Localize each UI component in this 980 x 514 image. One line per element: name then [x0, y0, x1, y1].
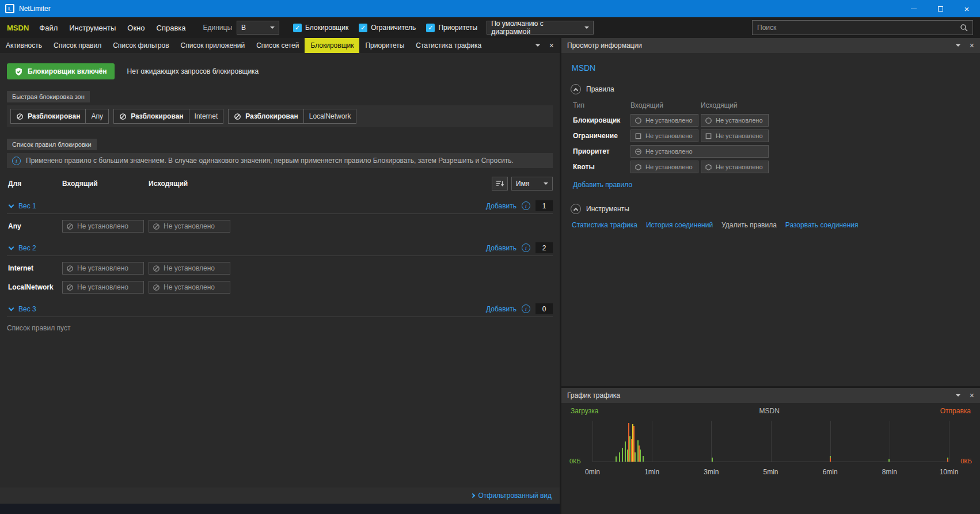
rule-state-cell[interactable]: Не установлено — [630, 114, 698, 127]
tabs: АктивностьСписок правилСписок фильтровСп… — [0, 38, 487, 53]
rule-state-cell[interactable]: Не установлено — [630, 130, 698, 142]
chevron-down-icon[interactable] — [9, 202, 14, 208]
blocker-enabled-button[interactable]: Блокировщик включён — [7, 63, 115, 79]
search-icon — [960, 24, 968, 32]
empty-message: Список правил пуст — [7, 324, 553, 332]
rule-state-cell[interactable]: Не установлено — [62, 220, 144, 233]
rule-state-cell[interactable]: Не установлено — [62, 262, 144, 275]
toolbar-toggle[interactable]: ✓Приоритеты — [426, 24, 477, 32]
collapse-section-button[interactable] — [571, 204, 581, 214]
chevron-right-icon — [470, 493, 474, 498]
collapse-section-button[interactable] — [571, 84, 581, 94]
tab-menu-chevron-icon[interactable] — [535, 44, 540, 47]
axis-tick-label: 8min — [882, 468, 897, 476]
traffic-spike — [622, 448, 623, 462]
rule-state-cell[interactable]: Не установлено — [149, 262, 230, 275]
add-rule-link[interactable]: Добавить — [486, 305, 516, 313]
tab[interactable]: Активность — [0, 38, 48, 53]
rule-group: Вес 2Добавитьi2InternetНе установленоНе … — [7, 240, 553, 294]
zone-name: Internet — [189, 109, 223, 123]
maximize-button[interactable] — [927, 0, 954, 17]
toolbar-toggle[interactable]: ✓Блокировщик — [293, 24, 348, 32]
tab[interactable]: Список приложений — [175, 38, 251, 53]
rule-circle-icon — [635, 117, 642, 124]
filtered-view-bar: Отфильтрованный вид — [0, 488, 560, 504]
panel-menu-chevron-icon[interactable] — [956, 394, 960, 397]
tool-link[interactable]: История соединений — [646, 221, 713, 229]
tool-link[interactable]: Удалить правила — [721, 221, 777, 229]
zone-block-button[interactable]: РазблокированAny — [10, 109, 109, 124]
tool-link[interactable]: Статистика трафика — [572, 221, 637, 229]
tab[interactable]: Приоритеты — [359, 38, 410, 53]
tab[interactable]: Список правил — [48, 38, 107, 53]
pending-requests-message: Нет ожидающих запросов блокировщика — [127, 67, 259, 75]
rules-section-label: Список правил блокировки — [7, 139, 97, 150]
tab-close-icon[interactable]: × — [549, 41, 554, 50]
sort-order-button[interactable] — [492, 177, 508, 191]
rule-type: Ограничение — [573, 132, 630, 140]
view-dropdown[interactable]: По умолчанию с диаграммой — [487, 21, 594, 35]
add-rule-link[interactable]: Добавить — [486, 202, 516, 210]
toolbar-toggle[interactable]: ✓Ограничитель — [359, 24, 416, 32]
add-rule-link[interactable]: Добавить — [486, 244, 516, 252]
rule-name: LocalNetwork — [7, 283, 62, 291]
minimize-button[interactable] — [901, 0, 927, 17]
rule-state-cell[interactable]: Не установлено — [149, 220, 230, 233]
panel-close-icon[interactable]: × — [970, 391, 974, 399]
rule-state-cell[interactable]: Не установлено — [701, 161, 769, 173]
traffic-spike — [712, 458, 713, 462]
tab[interactable]: Блокировщик — [305, 38, 359, 53]
toggle-label: Блокировщик — [305, 24, 348, 32]
state-text: Не установлено — [645, 117, 693, 124]
info-icon[interactable]: i — [522, 201, 530, 210]
rule-state-cell[interactable]: Не установлено — [630, 145, 769, 158]
tool-link[interactable]: Разорвать соединения — [785, 221, 859, 229]
tab[interactable]: Список сетей — [250, 38, 305, 53]
menubar-item[interactable]: Окно — [127, 24, 145, 32]
search-input[interactable] — [757, 24, 956, 32]
rule-state-cell[interactable]: Не установлено — [701, 130, 769, 142]
rule-row: InternetНе установленоНе установлено — [7, 261, 553, 275]
column-header-outgoing: Исходящий — [149, 180, 235, 188]
rule-state-cell[interactable]: Не установлено — [701, 114, 769, 127]
tab[interactable]: Статистика трафика — [410, 38, 487, 53]
traffic-chart-panel: График трафика × Загрузка MSDN Отправка … — [561, 386, 980, 514]
rule-state-cell[interactable]: Не установлено — [62, 281, 144, 294]
menubar-item[interactable]: Файл — [39, 24, 58, 32]
panel-close-icon[interactable]: × — [970, 41, 974, 50]
info-rule-row: ОграничениеНе установленоНе установлено — [573, 130, 971, 142]
chart-legend: Загрузка MSDN Отправка — [561, 403, 980, 416]
units-dropdown[interactable]: B — [237, 21, 279, 35]
info-icon[interactable]: i — [522, 304, 530, 313]
group-header-actions: Добавитьi2 — [486, 242, 553, 253]
chevron-down-icon[interactable] — [9, 244, 14, 250]
sort-controls: Имя — [492, 177, 553, 191]
app-menu-button[interactable]: MSDN — [7, 24, 29, 32]
info-icon[interactable]: i — [522, 243, 530, 252]
filtered-view-link[interactable]: Отфильтрованный вид — [478, 492, 552, 500]
rule-state-cell[interactable]: Не установлено — [630, 161, 698, 173]
zone-block-button[interactable]: РазблокированInternet — [113, 109, 223, 124]
rule-state-cell[interactable]: Не установлено — [149, 281, 230, 294]
info-panel-content: MSDN Правила ТипВходящийИсходящий Блокир… — [561, 53, 980, 386]
menubar: MSDN ФайлИнструментыОкноСправка Единицы … — [0, 17, 980, 38]
legend-download-label: Загрузка — [571, 407, 599, 415]
menubar-item[interactable]: Инструменты — [69, 24, 116, 32]
close-button[interactable]: × — [954, 0, 980, 17]
checkbox-icon: ✓ — [359, 24, 367, 32]
zone-block-button[interactable]: РазблокированLocalNetwork — [228, 109, 356, 124]
add-rule-link[interactable]: Добавить правило — [573, 181, 632, 189]
chevron-down-icon[interactable] — [9, 305, 14, 311]
rule-row: AnyНе установленоНе установлено — [7, 219, 553, 233]
traffic-spike — [633, 426, 635, 462]
state-text: Не установлено — [716, 132, 763, 139]
state-text: Не установлено — [77, 264, 128, 272]
panel-menu-chevron-icon[interactable] — [956, 44, 960, 47]
menu-items: ФайлИнструментыОкноСправка — [39, 24, 185, 32]
column-header: Исходящий — [701, 101, 771, 109]
not-set-icon — [153, 223, 160, 230]
sort-field-dropdown[interactable]: Имя — [511, 177, 553, 191]
blocker-status-row: Блокировщик включён Нет ожидающих запрос… — [7, 63, 553, 79]
tab[interactable]: Список фильтров — [107, 38, 174, 53]
menubar-item[interactable]: Справка — [157, 24, 186, 32]
